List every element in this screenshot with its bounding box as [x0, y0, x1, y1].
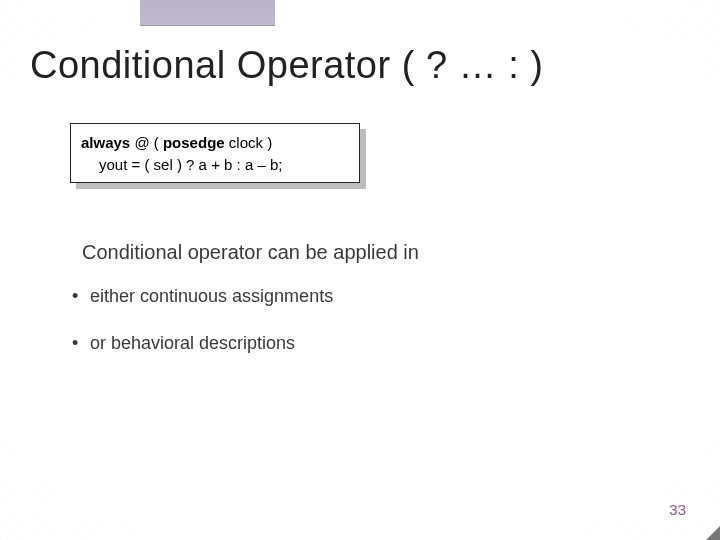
corner-accent-icon — [698, 518, 720, 540]
code-block: always @ ( posedge clock ) yout = ( sel … — [70, 123, 360, 183]
code-text-1b: clock ) — [225, 134, 273, 151]
bullet-item: either continuous assignments — [72, 286, 690, 307]
code-line-2: yout = ( sel ) ? a + b : a – b; — [81, 154, 349, 176]
code-kw-always: always — [81, 134, 130, 151]
code-kw-posedge: posedge — [163, 134, 225, 151]
slide-container: Conditional Operator ( ? … : ) always @ … — [0, 0, 720, 540]
bullet-list: either continuous assignments or behavio… — [72, 286, 690, 354]
code-block-box: always @ ( posedge clock ) yout = ( sel … — [70, 123, 360, 183]
bullet-item: or behavioral descriptions — [72, 333, 690, 354]
code-text-1a: @ ( — [130, 134, 163, 151]
code-line-1: always @ ( posedge clock ) — [81, 132, 349, 154]
intro-text: Conditional operator can be applied in — [82, 241, 690, 264]
slide-title: Conditional Operator ( ? … : ) — [30, 44, 690, 87]
page-number: 33 — [669, 501, 686, 518]
